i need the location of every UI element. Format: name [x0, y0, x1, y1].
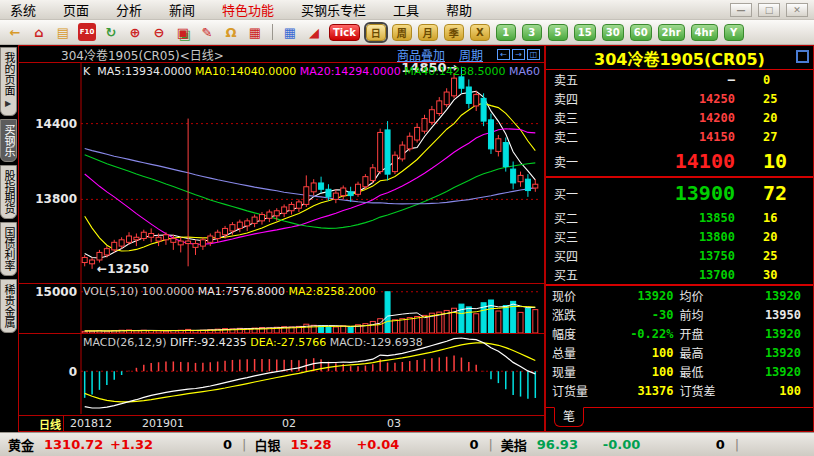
- axis-period-label: 日线: [19, 416, 63, 431]
- tab-transactions[interactable]: 笔: [554, 407, 584, 427]
- sell4-row[interactable]: 卖四 14250 25: [546, 89, 813, 108]
- kline-chart[interactable]: ←1325014850→: [19, 63, 544, 284]
- stat-row: 现量100 最低13920: [546, 362, 813, 381]
- status-silver: 白银 15.28 +0.04 0: [254, 435, 488, 454]
- period-30min-button[interactable]: 30: [602, 24, 624, 41]
- quote-title: 304冷卷1905(CR05): [546, 46, 813, 70]
- pencil-icon[interactable]: ✎: [198, 23, 216, 41]
- bell-icon[interactable]: Ω: [222, 23, 240, 41]
- svg-text:14850→: 14850→: [401, 63, 457, 75]
- period-day-button[interactable]: 日: [366, 24, 386, 41]
- menu-analysis[interactable]: 分析: [116, 0, 142, 19]
- menu-page[interactable]: 页面: [63, 0, 89, 19]
- basket-icon[interactable]: ▦: [246, 23, 264, 41]
- stat-row: 订货量31376 订货差100: [546, 381, 813, 400]
- overlay-link[interactable]: 商品叠加: [397, 46, 445, 63]
- x-axis-row: 日线 201812 201901 02 03: [19, 415, 544, 431]
- x-axis-ticks: 201812 201901 02 03: [63, 416, 544, 431]
- menu-bar: 系统 页面 分析 新闻 特色功能 买钢乐专栏 工具 帮助 — □ ✕: [0, 0, 814, 20]
- left-sidebar: 我的页面▶ 买钢乐 股指期货 国债利率 稀贵金属: [0, 45, 18, 432]
- chart-panes: ←1325014850→ K MA5:13934.0000 MA10:14040…: [19, 63, 544, 415]
- menu-tools[interactable]: 工具: [393, 0, 419, 19]
- buy3-row[interactable]: 买三 13800 20: [546, 227, 813, 246]
- buy4-row[interactable]: 买四 13750 25: [546, 246, 813, 265]
- back-icon[interactable]: ←: [6, 23, 24, 41]
- sidebar-tab-index-futures[interactable]: 股指期货: [0, 165, 17, 219]
- refresh-icon[interactable]: ↻: [102, 23, 120, 41]
- menu-news[interactable]: 新闻: [169, 0, 195, 19]
- menu-system[interactable]: 系统: [10, 0, 36, 19]
- quote-table-icon[interactable]: ▦: [281, 23, 299, 41]
- maximize-button[interactable]: □: [758, 3, 780, 17]
- stat-row: 幅度-0.22% 开盘13920: [546, 324, 813, 343]
- notepad-icon[interactable]: ▤: [54, 23, 72, 41]
- x-tick-label: 201812: [70, 417, 112, 430]
- x-tick-label: 201901: [142, 417, 184, 430]
- status-usd-index: 美指 96.93 -0.00 0: [501, 435, 735, 454]
- period-year-button[interactable]: Y: [724, 24, 744, 41]
- quote-panel: 304冷卷1905(CR05) 卖五 — 0 卖四 14250 25 卖三 14…: [545, 45, 814, 432]
- window-controls: — □ ✕: [730, 3, 814, 17]
- volume-chart[interactable]: [19, 284, 544, 334]
- chart-header: 304冷卷1905(CR05)<日线> 商品叠加 周期 ← → ◫: [19, 46, 544, 63]
- menu-help[interactable]: 帮助: [446, 0, 472, 19]
- period-quarter-button[interactable]: 季: [444, 24, 464, 41]
- toolbar-separator: [272, 24, 273, 40]
- split-view-icon[interactable]: ◫: [527, 49, 540, 60]
- period-x-button[interactable]: X: [470, 24, 490, 41]
- zoom-in-icon[interactable]: ⊕: [126, 23, 144, 41]
- buy1-row[interactable]: 买一 13900 72: [546, 178, 813, 208]
- period-1min-button[interactable]: 1: [496, 24, 516, 41]
- x-tick-label: 03: [387, 417, 401, 430]
- f10-icon[interactable]: F10: [78, 23, 96, 41]
- menu-special-features[interactable]: 特色功能: [222, 0, 274, 19]
- status-separator: |: [735, 437, 739, 452]
- buy5-row[interactable]: 买五 13700 30: [546, 265, 813, 284]
- svg-text:←13250: ←13250: [97, 262, 149, 276]
- panel-maximize-icon[interactable]: [796, 50, 809, 63]
- status-bar: 黄金 1310.72 +1.32 0 | 白银 15.28 +0.04 0 | …: [0, 432, 814, 456]
- quote-tab-row: 笔: [546, 407, 813, 431]
- stat-row: 涨跌-30 前均13950: [546, 305, 813, 324]
- sidebar-tab-maiganle[interactable]: 买钢乐: [0, 119, 17, 162]
- minimize-button[interactable]: —: [730, 3, 752, 17]
- stat-row: 总量100 最高13920: [546, 343, 813, 362]
- buy2-row[interactable]: 买二 13850 16: [546, 208, 813, 227]
- period-month-button[interactable]: 月: [418, 24, 438, 41]
- layers-icon[interactable]: ▣: [174, 23, 192, 41]
- sell5-row[interactable]: 卖五 — 0: [546, 70, 813, 89]
- app-window: 系统 页面 分析 新闻 特色功能 买钢乐专栏 工具 帮助 — □ ✕ ← ⌂ ▤…: [0, 0, 814, 456]
- menu-maiganle-column[interactable]: 买钢乐专栏: [301, 0, 366, 19]
- status-separator: |: [242, 437, 246, 452]
- period-5min-button[interactable]: 5: [548, 24, 568, 41]
- prev-arrow-icon[interactable]: ←: [497, 49, 510, 60]
- status-separator: |: [488, 437, 492, 452]
- chart-title: 304冷卷1905(CR05)<日线>: [61, 46, 224, 63]
- status-gold: 黄金 1310.72 +1.32 0: [8, 435, 242, 454]
- sidebar-tab-bond-rates[interactable]: 国债利率: [0, 222, 17, 276]
- period-4hr-button[interactable]: 4hr: [691, 24, 718, 41]
- sell2-row[interactable]: 卖二 14150 27: [546, 127, 813, 146]
- sell3-row[interactable]: 卖三 14200 20: [546, 108, 813, 127]
- chart-icon[interactable]: ◢: [305, 23, 323, 41]
- toolbar: ← ⌂ ▤ F10 ↻ ⊕ ⊖ ▣ ✎ Ω ▦ ▦ ◢ Tick 日 周 月 季…: [0, 20, 814, 45]
- next-arrow-icon[interactable]: →: [512, 49, 525, 60]
- close-button[interactable]: ✕: [786, 3, 808, 17]
- zoom-out-icon[interactable]: ⊖: [150, 23, 168, 41]
- sidebar-tab-my-pages[interactable]: 我的页面▶: [0, 47, 17, 116]
- period-3min-button[interactable]: 3: [522, 24, 542, 41]
- period-2hr-button[interactable]: 2hr: [658, 24, 685, 41]
- expand-arrow-icon: ▶: [5, 96, 11, 111]
- period-tick-button[interactable]: Tick: [329, 24, 360, 41]
- stat-row: 现价13920 均价13920: [546, 286, 813, 305]
- period-15min-button[interactable]: 15: [574, 24, 596, 41]
- sell1-row[interactable]: 卖一 14100 10: [546, 146, 813, 176]
- macd-chart[interactable]: [19, 334, 544, 414]
- chart-region: 304冷卷1905(CR05)<日线> 商品叠加 周期 ← → ◫ ←13250…: [18, 45, 545, 432]
- period-60min-button[interactable]: 60: [630, 24, 652, 41]
- home-icon[interactable]: ⌂: [30, 23, 48, 41]
- period-week-button[interactable]: 周: [392, 24, 412, 41]
- x-tick-label: 02: [282, 417, 296, 430]
- sidebar-tab-precious-metals[interactable]: 稀贵金属: [0, 279, 17, 333]
- period-link[interactable]: 周期: [459, 46, 483, 63]
